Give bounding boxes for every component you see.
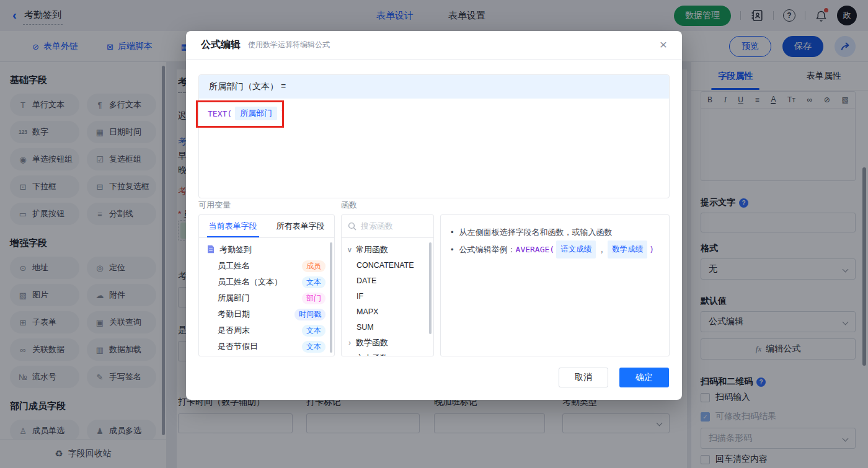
tip-example: •公式编辑举例：AVERAGE(语文成绩，数学成绩) [451, 241, 659, 258]
variable-type-badge: 文本 [302, 325, 326, 337]
function-item[interactable]: CONCATENATE [342, 257, 433, 273]
function-item[interactable]: SUM [342, 319, 433, 335]
variable-name: 是否周末 [218, 325, 302, 336]
variable-name: 员工姓名（文本） [218, 276, 302, 288]
formula-target-row: 所属部门（文本） = [199, 75, 669, 99]
function-group[interactable]: ›文本函数 [342, 350, 433, 356]
chevron-right-icon: › [347, 338, 353, 347]
app-window: ‹ 考勤签到 表单设计表单设置 数据管理 ? [0, 0, 868, 468]
function-item[interactable]: IF [342, 288, 433, 304]
dialog-subtitle: 使用数学运算符编辑公式 [248, 40, 330, 50]
variable-row[interactable]: 是否节假日文本 [199, 338, 334, 355]
function-item[interactable]: MAPX [342, 304, 433, 319]
variable-type-badge: 文本 [302, 341, 326, 353]
function-group-label: 数学函数 [356, 337, 388, 348]
function-group-label: 文本函数 [356, 353, 388, 357]
field-chip[interactable]: 所属部门 [235, 107, 277, 120]
formula-function-close: ) [280, 109, 285, 118]
variable-name: 考勤日期 [218, 309, 294, 320]
formula-editor-dialog: 公式编辑 使用数学运算符编辑公式 × 所属部门（文本） = TEXT( 所属部门… [186, 31, 682, 400]
variable-row[interactable]: 员工姓名成员 [199, 258, 334, 274]
function-group-label: 常用函数 [356, 244, 388, 255]
confirm-button[interactable]: 确定 [619, 368, 669, 387]
document-icon [206, 245, 215, 255]
search-placeholder: 搜索函数 [361, 221, 393, 232]
formula-function-open: TEXT( [208, 109, 232, 118]
variable-row[interactable]: 所属部门部门 [199, 290, 334, 306]
bullet-icon: • [451, 241, 454, 258]
function-item[interactable]: DATE [342, 273, 433, 288]
variable-name: 员工姓名 [218, 260, 302, 272]
bullet-icon: • [451, 224, 454, 241]
example-field-chip: 语文成绩 [556, 241, 596, 258]
dialog-title: 公式编辑 [201, 38, 241, 51]
variables-scrollbar[interactable] [330, 242, 332, 353]
form-node-label: 考勤签到 [219, 244, 326, 255]
variables-label: 可用变量 [198, 200, 231, 211]
functions-label: 函数 [341, 200, 357, 211]
function-search-input[interactable]: 搜索函数 [342, 215, 433, 238]
example-function-close: ) [649, 241, 654, 258]
variable-type-badge: 时间戳 [294, 309, 326, 320]
formula-expression[interactable]: TEXT( 所属部门 ) [199, 99, 669, 128]
example-function-open: AVERAGE( [516, 241, 555, 258]
functions-scrollbar[interactable] [429, 242, 432, 334]
function-group[interactable]: ∨常用函数 [342, 242, 433, 257]
dialog-header: 公式编辑 使用数学运算符编辑公式 [186, 31, 682, 60]
search-icon [348, 222, 356, 231]
variable-name: 所属部门 [218, 293, 302, 304]
cancel-button[interactable]: 取消 [559, 368, 608, 387]
variable-name: 是否节假日 [218, 341, 302, 352]
variables-panel: 当前表单字段所有表单字段 考勤签到员工姓名成员员工姓名（文本）文本所属部门部门考… [198, 214, 335, 356]
tip-item: •从左侧面板选择字段名和函数，或输入函数 [451, 224, 659, 241]
variable-type-badge: 部门 [302, 293, 326, 304]
formula-editor-box[interactable]: 所属部门（文本） = TEXT( 所属部门 ) [198, 74, 670, 198]
variable-row[interactable]: 员工姓名（文本）文本 [199, 274, 334, 290]
variable-row[interactable]: 是否周末文本 [199, 322, 334, 338]
close-icon[interactable]: × [660, 38, 667, 51]
tab-all-form-fields[interactable]: 所有表单字段 [267, 215, 334, 237]
functions-panel: 搜索函数 ∨常用函数CONCATENATEDATEIFMAPXSUM›数学函数›… [341, 214, 434, 356]
example-field-chip: 数学成绩 [608, 241, 647, 258]
form-node[interactable]: 考勤签到 [199, 242, 334, 258]
chevron-down-icon: ∨ [347, 245, 353, 254]
tab-current-form-fields[interactable]: 当前表单字段 [199, 215, 267, 237]
function-group[interactable]: ›数学函数 [342, 335, 433, 350]
variable-row[interactable]: 考勤日期时间戳 [199, 306, 334, 322]
variable-type-badge: 成员 [302, 260, 326, 272]
variable-type-badge: 文本 [302, 276, 326, 288]
tips-panel: •从左侧面板选择字段名和函数，或输入函数•公式编辑举例：AVERAGE(语文成绩… [440, 214, 670, 356]
chevron-right-icon: › [347, 354, 353, 357]
